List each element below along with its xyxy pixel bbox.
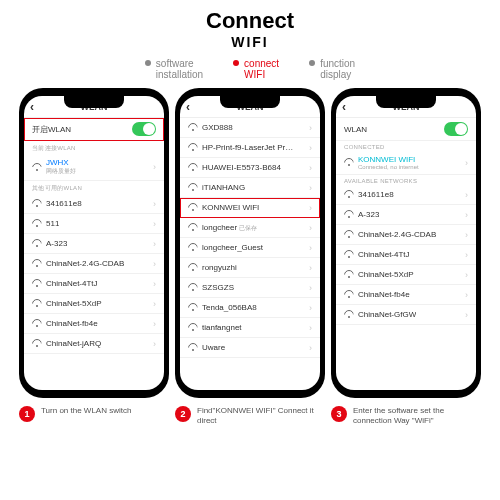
network-row[interactable]: longcheer_Guest› — [180, 238, 320, 258]
toggle-on-icon[interactable] — [132, 122, 156, 136]
wifi-icon — [188, 124, 197, 131]
chevron-right-icon: › — [309, 203, 312, 213]
network-row[interactable]: ChinaNet-fb4e› — [24, 314, 164, 334]
chevron-right-icon: › — [153, 259, 156, 269]
chevron-right-icon: › — [465, 250, 468, 260]
network-row[interactable]: HUAWEI-E5573-B684› — [180, 158, 320, 178]
wlan-switch-row[interactable]: 开启WLAN — [24, 118, 164, 141]
caption-1: 1Turn on the WLAN switch — [19, 406, 169, 425]
chevron-right-icon: › — [309, 123, 312, 133]
network-row[interactable]: Tenda_056BA8› — [180, 298, 320, 318]
nav-title: WLAN — [393, 102, 420, 112]
wifi-icon — [188, 304, 197, 311]
phone-3: ‹ WLAN WLAN CONNECTED KONNWEI WIFIConnec… — [331, 88, 481, 398]
network-row[interactable]: 341611e8› — [24, 194, 164, 214]
nav-bar: ‹ WLAN — [336, 96, 476, 118]
network-row[interactable]: ChinaNet-GfGW› — [336, 305, 476, 325]
konnwei-wifi-row[interactable]: KONNWEI WIFI › — [180, 198, 320, 218]
network-row[interactable]: A-323› — [336, 205, 476, 225]
chevron-right-icon: › — [465, 270, 468, 280]
network-row[interactable]: ChinaNet-5XdP› — [24, 294, 164, 314]
wifi-icon — [32, 164, 41, 171]
phones-row: ‹ WLAN 开启WLAN 当前连接WLAN JWHX网络质量好 › 其他可用的… — [0, 88, 500, 398]
wifi-icon — [188, 264, 197, 271]
wifi-icon — [188, 244, 197, 251]
network-row[interactable]: A-323› — [24, 234, 164, 254]
chevron-right-icon: › — [309, 323, 312, 333]
network-row[interactable]: ChinaNet-4TtJ› — [24, 274, 164, 294]
wifi-icon — [32, 240, 41, 247]
screen-2: ‹ WLAN GXD888›HP-Print-f9-LaserJet Pro M… — [180, 96, 320, 390]
wifi-icon — [344, 271, 353, 278]
network-row[interactable]: iTIANHANG› — [180, 178, 320, 198]
back-icon[interactable]: ‹ — [342, 100, 346, 114]
connected-network-row[interactable]: KONNWEI WIFIConnected, no internet › — [336, 151, 476, 175]
screen-1: ‹ WLAN 开启WLAN 当前连接WLAN JWHX网络质量好 › 其他可用的… — [24, 96, 164, 390]
wifi-icon — [32, 280, 41, 287]
nav-title: WLAN — [237, 102, 264, 112]
nav-title: WLAN — [81, 102, 108, 112]
step-tabs: softwareinstallation connectWIFI functio… — [0, 58, 500, 80]
network-row[interactable]: GXD888› — [180, 118, 320, 138]
phone-2: ‹ WLAN GXD888›HP-Print-f9-LaserJet Pro M… — [175, 88, 325, 398]
wifi-icon — [344, 159, 353, 166]
network-row[interactable]: ChinaNet-4TtJ› — [336, 245, 476, 265]
toggle-on-icon[interactable] — [444, 122, 468, 136]
step-number-badge: 1 — [19, 406, 35, 422]
tab-software-installation[interactable]: softwareinstallation — [145, 58, 203, 80]
page-subtitle: WIFI — [0, 34, 500, 50]
network-row[interactable]: ChinaNet-2.4G-CDAB› — [336, 225, 476, 245]
network-row[interactable]: ChinaNet-jARQ› — [24, 334, 164, 354]
nav-bar: ‹ WLAN — [180, 96, 320, 118]
wifi-icon — [32, 220, 41, 227]
wifi-icon — [344, 191, 353, 198]
wifi-icon — [344, 311, 353, 318]
wlan-label: WLAN — [344, 125, 367, 134]
chevron-right-icon: › — [465, 190, 468, 200]
wifi-icon — [344, 231, 353, 238]
wifi-icon — [188, 324, 197, 331]
wifi-icon — [32, 260, 41, 267]
step-number-badge: 2 — [175, 406, 191, 422]
wifi-icon — [32, 200, 41, 207]
chevron-right-icon: › — [153, 239, 156, 249]
wifi-icon — [344, 211, 353, 218]
wifi-icon — [188, 184, 197, 191]
tab-function-display[interactable]: functiondisplay — [309, 58, 355, 80]
back-icon[interactable]: ‹ — [186, 100, 190, 114]
network-row[interactable]: ChinaNet-fb4e› — [336, 285, 476, 305]
network-row[interactable]: 341611e8› — [336, 185, 476, 205]
wifi-icon — [188, 224, 197, 231]
chevron-right-icon: › — [465, 290, 468, 300]
chevron-right-icon: › — [465, 230, 468, 240]
wifi-icon — [188, 144, 197, 151]
wifi-icon — [32, 320, 41, 327]
chevron-right-icon: › — [153, 162, 156, 172]
tab-connect-wifi[interactable]: connectWIFI — [233, 58, 279, 80]
back-icon[interactable]: ‹ — [30, 100, 34, 114]
network-row[interactable]: 511› — [24, 214, 164, 234]
chevron-right-icon: › — [309, 183, 312, 193]
caption-2: 2Find"KONNWEI WIFI" Connect it direct — [175, 406, 325, 425]
wlan-switch-row[interactable]: WLAN — [336, 118, 476, 141]
network-row[interactable]: rongyuzhi› — [180, 258, 320, 278]
network-row[interactable]: Uware› — [180, 338, 320, 358]
wifi-icon — [188, 164, 197, 171]
network-row[interactable]: longcheer 已保存 › — [180, 218, 320, 238]
captions-row: 1Turn on the WLAN switch 2Find"KONNWEI W… — [0, 406, 500, 425]
network-row[interactable]: SZSGZS› — [180, 278, 320, 298]
network-row[interactable]: tianfangnet› — [180, 318, 320, 338]
chevron-right-icon: › — [309, 243, 312, 253]
chevron-right-icon: › — [153, 279, 156, 289]
nav-bar: ‹ WLAN — [24, 96, 164, 118]
chevron-right-icon: › — [309, 303, 312, 313]
page-title: Connect — [0, 8, 500, 34]
section-header: 当前连接WLAN — [24, 141, 164, 154]
network-row[interactable]: ChinaNet-5XdP› — [336, 265, 476, 285]
chevron-right-icon: › — [309, 263, 312, 273]
chevron-right-icon: › — [153, 219, 156, 229]
network-row[interactable]: HP-Print-f9-LaserJet Pro MFP› — [180, 138, 320, 158]
network-row[interactable]: ChinaNet-2.4G-CDAB› — [24, 254, 164, 274]
section-header: CONNECTED — [336, 141, 476, 151]
connected-network-row[interactable]: JWHX网络质量好 › — [24, 154, 164, 181]
